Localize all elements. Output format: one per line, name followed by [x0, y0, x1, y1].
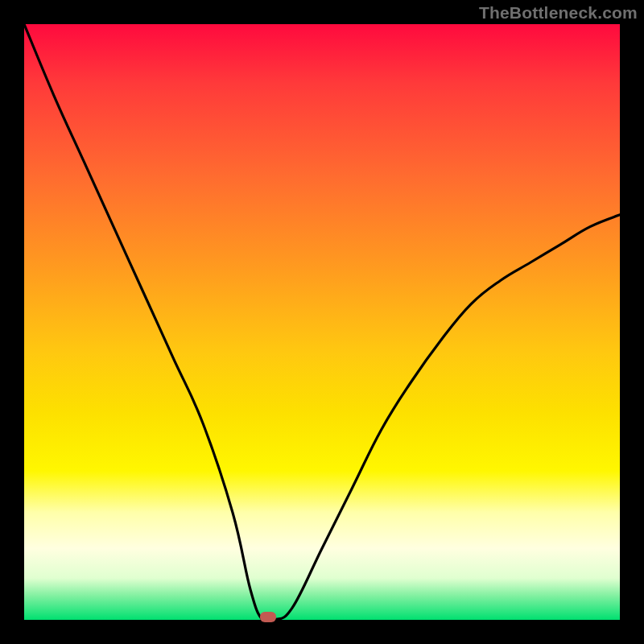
optimum-marker	[260, 612, 276, 622]
curve-path	[24, 24, 620, 620]
plot-area	[24, 24, 620, 620]
bottleneck-curve	[24, 24, 620, 620]
chart-frame: TheBottleneck.com	[0, 0, 644, 644]
watermark-text: TheBottleneck.com	[479, 3, 638, 23]
